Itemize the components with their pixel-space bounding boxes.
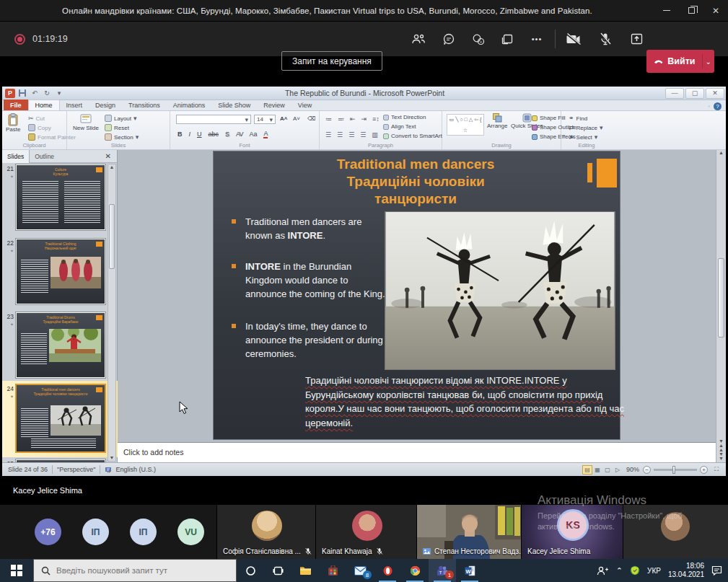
cortana-button[interactable]: [237, 559, 264, 582]
store-button[interactable]: [319, 559, 346, 582]
reactions-button[interactable]: [465, 27, 490, 51]
cut-button[interactable]: ✂Cut: [28, 115, 45, 122]
participant-avatar[interactable]: ІП: [82, 519, 109, 545]
strikethrough-button[interactable]: abc: [209, 131, 219, 138]
panel-close-icon[interactable]: ✕: [105, 152, 111, 160]
tab-outline[interactable]: Outline: [30, 150, 59, 163]
zoom-slider[interactable]: [654, 469, 697, 471]
tab-view[interactable]: View: [291, 100, 318, 110]
redo-icon[interactable]: ↻: [42, 89, 52, 98]
slide-thumbnail-21[interactable]: 21✦ CultureКультура: [4, 164, 108, 232]
tab-home[interactable]: Home: [28, 100, 60, 110]
zoom-slider-handle[interactable]: [672, 466, 675, 474]
taskbar-search[interactable]: [33, 559, 237, 582]
justify-button[interactable]: ☰: [360, 131, 366, 138]
clear-formatting-button[interactable]: ⌫: [307, 115, 315, 122]
file-explorer-button[interactable]: [291, 559, 319, 582]
find-button[interactable]: ⚭Find: [569, 115, 587, 122]
start-button[interactable]: [0, 559, 33, 582]
fit-to-window-button[interactable]: ⛶: [711, 465, 722, 475]
main-scrollbar[interactable]: ▲ ▼ ▲▲ ▼▼: [716, 150, 726, 462]
chrome-button[interactable]: [401, 559, 429, 582]
share-content-button[interactable]: [624, 27, 649, 51]
breakout-rooms-button[interactable]: [495, 27, 519, 51]
convert-smartart-button[interactable]: Convert to SmartArt: [383, 133, 442, 139]
arrange-button[interactable]: Arrange: [487, 113, 507, 129]
video-tile-stepan[interactable]: Степан Несторович Вадз...: [416, 505, 521, 559]
tab-insert[interactable]: Insert: [60, 100, 89, 110]
bullets-button[interactable]: ≔: [325, 115, 332, 123]
leave-meeting-button[interactable]: Вийти ⌄: [646, 50, 714, 73]
mail-button[interactable]: 8: [346, 559, 374, 582]
chat-button[interactable]: [437, 27, 461, 51]
tab-slides-thumbnails[interactable]: Slides: [2, 150, 30, 163]
tab-file[interactable]: File: [4, 100, 28, 110]
slide-sorter-button[interactable]: ▦: [592, 465, 602, 475]
align-left-button[interactable]: ☰: [325, 131, 331, 138]
zoom-in-button[interactable]: +: [700, 466, 708, 474]
close-button[interactable]: ✕: [703, 0, 728, 22]
taskbar-clock[interactable]: 18:06 13.04.2021: [668, 562, 704, 579]
next-slide-button[interactable]: ▼▼: [716, 452, 726, 461]
layout-button[interactable]: Layout▾: [105, 115, 137, 122]
underline-button[interactable]: U: [197, 131, 202, 138]
ppt-minimize-button[interactable]: —: [665, 88, 684, 99]
columns-button[interactable]: ▥: [372, 131, 378, 138]
reading-view-button[interactable]: ▢: [602, 465, 613, 475]
font-color-button[interactable]: A: [263, 130, 268, 138]
tab-review[interactable]: Review: [257, 100, 291, 110]
align-right-button[interactable]: ☰: [348, 131, 354, 138]
ppt-close-button[interactable]: ✕: [706, 88, 724, 99]
action-center-icon[interactable]: [711, 565, 722, 576]
decrease-indent-button[interactable]: ⇤: [350, 115, 356, 123]
scrollbar-thumb[interactable]: [718, 258, 724, 338]
undo-icon[interactable]: ↶: [30, 89, 40, 98]
scroll-down-icon[interactable]: ▼: [108, 455, 115, 460]
request-control-button[interactable]: Запит на керування: [281, 51, 382, 71]
text-shadow-button[interactable]: S: [225, 131, 229, 138]
language-indicator[interactable]: УКР: [647, 567, 661, 575]
tab-transitions[interactable]: Transitions: [122, 100, 167, 110]
font-name-combo[interactable]: ▾: [176, 115, 251, 124]
theme-name[interactable]: "Perspective": [57, 466, 95, 473]
line-spacing-button[interactable]: ≡↕: [372, 115, 380, 123]
notes-pane[interactable]: Click to add notes: [118, 442, 716, 462]
zoom-out-button[interactable]: −: [643, 466, 651, 474]
tab-slide-show[interactable]: Slide Show: [211, 100, 257, 110]
people-tray-icon[interactable]: [597, 566, 609, 576]
copy-button[interactable]: Copy: [28, 124, 51, 131]
ppt-maximize-button[interactable]: ▢: [685, 88, 704, 99]
align-center-button[interactable]: ☰: [337, 131, 343, 138]
tray-expand-icon[interactable]: ⌃: [616, 566, 623, 576]
change-case-button[interactable]: Aa: [249, 131, 257, 138]
align-text-button[interactable]: Align Text: [383, 123, 416, 130]
numbering-button[interactable]: ≕: [338, 115, 344, 123]
select-button[interactable]: ➤Select▾: [569, 133, 597, 141]
language-indicator[interactable]: English (U.S.): [115, 466, 156, 473]
font-size-combo[interactable]: 14▾: [254, 115, 276, 124]
slide-thumbnail-22[interactable]: 22✦ Traditional ClothingНаціональний одя…: [4, 238, 108, 307]
scrollbar-thumb[interactable]: [109, 204, 115, 269]
slides-panel-scrollbar[interactable]: ▲ ▼: [108, 164, 116, 462]
participant-avatar[interactable]: VU: [177, 519, 204, 545]
minimize-button[interactable]: [654, 0, 679, 22]
shapes-gallery[interactable]: ▭╲○□ △⇦{☆: [447, 114, 484, 136]
scroll-up-icon[interactable]: ▲: [716, 150, 726, 155]
slideshow-button[interactable]: ▷: [613, 465, 623, 475]
new-slide-button[interactable]: New Slide: [73, 113, 99, 131]
mic-toggle-button[interactable]: [593, 27, 618, 51]
italic-button[interactable]: I: [189, 131, 191, 138]
participant-avatar[interactable]: ІП: [130, 519, 157, 545]
help-icon[interactable]: ?: [714, 102, 722, 110]
overflow-participants-badge[interactable]: +76: [35, 519, 61, 545]
shrink-font-button[interactable]: A˅: [293, 115, 300, 122]
task-view-button[interactable]: [264, 559, 291, 582]
scroll-up-icon[interactable]: ▲: [108, 164, 115, 169]
increase-indent-button[interactable]: ⇥: [361, 115, 367, 123]
antivirus-shield-icon[interactable]: [630, 565, 640, 576]
paste-button[interactable]: Paste: [6, 113, 20, 133]
maximize-button[interactable]: [679, 0, 703, 22]
participants-button[interactable]: [406, 27, 431, 51]
ribbon-collapse-icon[interactable]: ◦: [708, 103, 710, 110]
powerpoint-logo-icon[interactable]: P: [5, 89, 15, 98]
